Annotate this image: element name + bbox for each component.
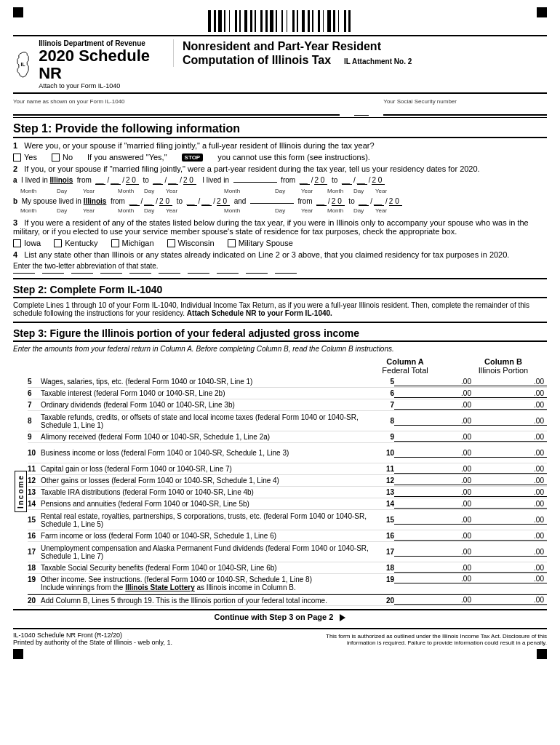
no-checkbox-item[interactable]: No (52, 153, 73, 162)
main-title: Nonresident and Part-Year Resident Compu… (183, 39, 547, 67)
row17-desc: Unemployment compensation and Alaska Per… (41, 544, 381, 560)
row19-val-a: .00 (394, 575, 474, 583)
row7-linenum: 7 (381, 401, 394, 409)
bottom-corners (13, 649, 547, 659)
il-logo-area: IL Illinois Department of Revenue 2020 S… (13, 39, 173, 89)
income-row-20: 20 Add Column B, Lines 5 through 19. Thi… (28, 594, 547, 606)
abbrev-6[interactable] (159, 273, 180, 274)
abbrev-7[interactable] (188, 273, 209, 274)
row18-val-a: .00 (394, 564, 474, 573)
row8-val-b: .00 (474, 417, 547, 426)
military-spouse-item[interactable]: Military Spouse (228, 239, 293, 247)
corner-mark-br (537, 649, 547, 659)
abbrev-3[interactable] (71, 273, 93, 274)
income-row-15: 15 Rental real estate, royalties, partne… (28, 510, 547, 530)
barcode-area: (function(){ const bc = document.current… (13, 7, 547, 32)
row19-num: 19 (28, 575, 41, 583)
row16-val-a: .00 (394, 532, 474, 541)
title-line2: Computation of Illinois Tax (183, 54, 331, 66)
no-checkbox[interactable] (52, 154, 60, 162)
income-row-18: 18 Taxable Social Security benefits (fed… (28, 562, 547, 574)
abbrev-5[interactable] (129, 273, 151, 274)
income-row-6: 6 Taxable interest (federal Form 1040 or… (28, 388, 547, 399)
schedule-name: 2020 Schedule NR (39, 47, 173, 82)
q2b-state2[interactable] (250, 203, 294, 204)
attach-line: Attach to your Form IL-1040 (39, 82, 173, 89)
row11-num: 11 (28, 465, 41, 473)
step3-desc: Enter the amounts from your federal retu… (13, 345, 547, 353)
row18-linenum: 18 (381, 564, 394, 572)
q3-num: 3 (13, 218, 17, 227)
abbrev-2[interactable] (42, 273, 64, 274)
row17-val-a: .00 (394, 548, 474, 557)
q4-text: List any state other than Illinois or an… (24, 250, 509, 259)
abbrev-4[interactable] (100, 273, 122, 274)
attachment-no: IL Attachment No. 2 (344, 57, 412, 65)
income-row-19: 19 Other income. See instructions. (fede… (28, 574, 547, 594)
income-row-13: 13 Taxable IRA distributions (federal Fo… (28, 487, 547, 498)
row11-val-b: .00 (474, 465, 547, 474)
q2b-from2-date: __/ 2 0 (316, 197, 345, 206)
row19-inner: 19 Other income. See instructions. (fede… (28, 575, 547, 583)
q1-note: you cannot use this form (see instructio… (217, 153, 370, 162)
row7-val-b: .00 (474, 401, 547, 410)
q2-text: If you, or your spouse if "married filin… (24, 164, 479, 173)
q2a-from-date: __/ __/ 2 0 (95, 176, 139, 185)
abbrev-1[interactable] (13, 273, 35, 274)
row9-num: 9 (28, 433, 41, 441)
row6-val-b: .00 (474, 389, 547, 398)
kentucky-label: Kentucky (65, 239, 97, 247)
step2-note: Attach Schedule NR to your Form IL-1040. (187, 309, 332, 317)
name-label: Your name as shown on your Form IL-1040 (13, 98, 340, 105)
row19-linenum: 19 (381, 575, 394, 583)
row5-linenum: 5 (381, 378, 394, 386)
title-line1: Nonresident and Part-Year Resident (183, 40, 381, 52)
footer-row: IL-1040 Schedule NR Front (R-12/20) Prin… (13, 628, 547, 646)
continue-row: Continue with Step 3 on Page 2 (13, 609, 547, 624)
kentucky-item[interactable]: Kentucky (54, 239, 97, 247)
separator (354, 98, 369, 116)
abbrev-8[interactable] (217, 273, 239, 274)
ssn-label: Your Social Security number (383, 98, 547, 105)
q2a-state2[interactable] (233, 182, 277, 183)
row18-num: 18 (28, 564, 41, 572)
abbrev-9[interactable] (246, 273, 268, 274)
row12-val-b: .00 (474, 477, 547, 485)
abbrev-10[interactable] (275, 273, 297, 274)
income-row-8: 8 Taxable refunds, credits, or offsets o… (28, 411, 547, 431)
military-spouse-checkbox[interactable] (228, 239, 236, 247)
svg-text:IL: IL (21, 62, 25, 67)
row20-linenum: 20 (381, 597, 394, 605)
row7-desc: Ordinary dividends (federal Form 1040 or… (41, 401, 381, 409)
income-row-16: 16 Farm income or loss (federal Form 104… (28, 530, 547, 542)
step3-heading: Step 3: Figure the Illinois portion of y… (13, 327, 547, 342)
michigan-checkbox[interactable] (111, 239, 119, 247)
yes-checkbox-item[interactable]: Yes (13, 153, 37, 162)
name-value[interactable] (13, 105, 340, 115)
q4: 4 List any state other than Illinois or … (13, 250, 547, 259)
abbrev-row (13, 273, 547, 274)
iowa-item[interactable]: Iowa (13, 239, 41, 247)
row14-linenum: 14 (381, 500, 394, 508)
income-row-11: 11 Capital gain or loss (federal Form 10… (28, 463, 547, 475)
income-row-9: 9 Alimony received (federal Form 1040 or… (28, 431, 547, 443)
q1-text: Were you, or your spouse if "married fil… (24, 141, 374, 150)
q2b-to2-date: __/ __/ 2 0 (359, 197, 402, 206)
wisconsin-item[interactable]: Wisconsin (167, 239, 215, 247)
row5-val-a: .00 (394, 378, 474, 386)
row16-desc: Farm income or loss (federal Form 1040 o… (41, 532, 381, 540)
row15-desc: Rental real estate, royalties, partnersh… (41, 512, 381, 528)
footer-right: This form is authorized as outlined unde… (314, 633, 547, 646)
kentucky-checkbox[interactable] (54, 239, 62, 247)
ssn-value[interactable] (383, 105, 547, 115)
q1: 1 Were you, or your spouse if "married f… (13, 141, 547, 150)
row8-val-a: .00 (394, 417, 474, 426)
wisconsin-checkbox[interactable] (167, 239, 175, 247)
iowa-checkbox[interactable] (13, 239, 21, 247)
row19-note: Include winnings from the Illinois State… (28, 583, 296, 591)
yes-checkbox[interactable] (13, 154, 21, 162)
q2-num: 2 (13, 164, 17, 173)
q2a-from2-date: __/ 2 0 (300, 176, 328, 185)
michigan-item[interactable]: Michigan (111, 239, 154, 247)
row9-val-b: .00 (474, 433, 547, 442)
